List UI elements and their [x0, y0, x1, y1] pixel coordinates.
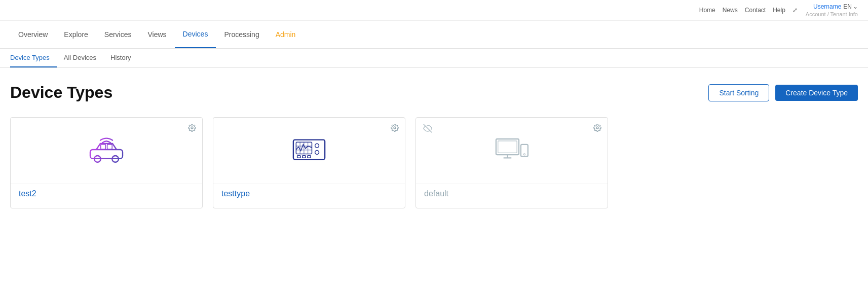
account-info: Account / Tenant Info [806, 11, 858, 17]
page-header: Device Types Start Sorting Create Device… [10, 83, 858, 102]
nav-processing[interactable]: Processing [216, 21, 267, 48]
svg-rect-18 [308, 156, 311, 158]
svg-point-14 [315, 144, 319, 148]
card-name-test2: test2 [19, 189, 36, 198]
card-footer-testtype: testtype [213, 184, 405, 205]
nav-devices[interactable]: Devices [175, 21, 216, 48]
top-bar-links: Home News Contact Help ⤢ [699, 7, 798, 14]
home-link[interactable]: Home [699, 7, 715, 14]
main-nav: Overview Explore Services Views Devices … [0, 21, 868, 49]
svg-point-0 [191, 127, 193, 129]
svg-rect-2 [101, 145, 106, 150]
lang-selector[interactable]: EN ⌄ [843, 3, 858, 10]
device-card-testtype[interactable]: testtype [213, 117, 405, 208]
expand-icon[interactable]: ⤢ [792, 7, 798, 14]
card-icon-area-default [416, 118, 608, 184]
page-content: Device Types Start Sorting Create Device… [0, 68, 868, 224]
svg-rect-16 [297, 156, 300, 158]
svg-rect-7 [293, 140, 325, 160]
card-icon-area-testtype [213, 118, 405, 184]
card-gear-testtype[interactable] [391, 124, 399, 134]
news-link[interactable]: News [723, 7, 738, 14]
help-link[interactable]: Help [773, 7, 785, 14]
card-name-testtype: testtype [221, 189, 250, 198]
car-icon [86, 134, 127, 167]
svg-rect-21 [496, 139, 519, 155]
nav-explore[interactable]: Explore [56, 21, 96, 48]
page-title: Device Types [10, 83, 112, 102]
header-actions: Start Sorting Create Device Type [708, 84, 858, 101]
subnav-device-types[interactable]: Device Types [10, 49, 57, 67]
device-card-default[interactable]: default [416, 117, 608, 208]
svg-rect-17 [303, 156, 306, 158]
sub-nav: Device Types All Devices History [0, 49, 868, 68]
top-bar: Home News Contact Help ⤢ Username EN ⌄ A… [0, 0, 868, 21]
svg-rect-25 [521, 145, 528, 156]
svg-point-6 [394, 127, 396, 129]
card-gear-test2[interactable] [188, 124, 196, 134]
nav-overview[interactable]: Overview [10, 21, 56, 48]
svg-point-15 [315, 151, 319, 155]
svg-point-26 [523, 154, 525, 155]
top-bar-right: Username EN ⌄ Account / Tenant Info [806, 3, 858, 17]
create-device-type-button[interactable]: Create Device Type [775, 85, 858, 101]
card-icon-area-test2 [11, 118, 202, 184]
svg-rect-22 [498, 141, 517, 153]
device-card-test2[interactable]: test2 [10, 117, 203, 208]
card-name-default: default [424, 189, 448, 198]
nav-services[interactable]: Services [96, 21, 140, 48]
card-footer-default: default [416, 184, 608, 205]
nav-views[interactable]: Views [140, 21, 175, 48]
card-gear-default[interactable] [593, 124, 601, 134]
start-sorting-button[interactable]: Start Sorting [708, 84, 769, 101]
desktop-mobile-icon [494, 134, 530, 167]
contact-link[interactable]: Contact [745, 7, 766, 14]
user-name-display[interactable]: Username [813, 3, 841, 10]
monitor-device-icon [291, 134, 327, 167]
cards-grid: test2 [10, 117, 858, 208]
subnav-all-devices[interactable]: All Devices [57, 49, 103, 67]
nav-admin[interactable]: Admin [268, 21, 304, 48]
hidden-eye-icon [423, 124, 432, 135]
svg-point-20 [596, 127, 598, 129]
svg-rect-3 [107, 145, 112, 150]
subnav-history[interactable]: History [103, 49, 138, 67]
card-footer-test2: test2 [11, 184, 202, 205]
